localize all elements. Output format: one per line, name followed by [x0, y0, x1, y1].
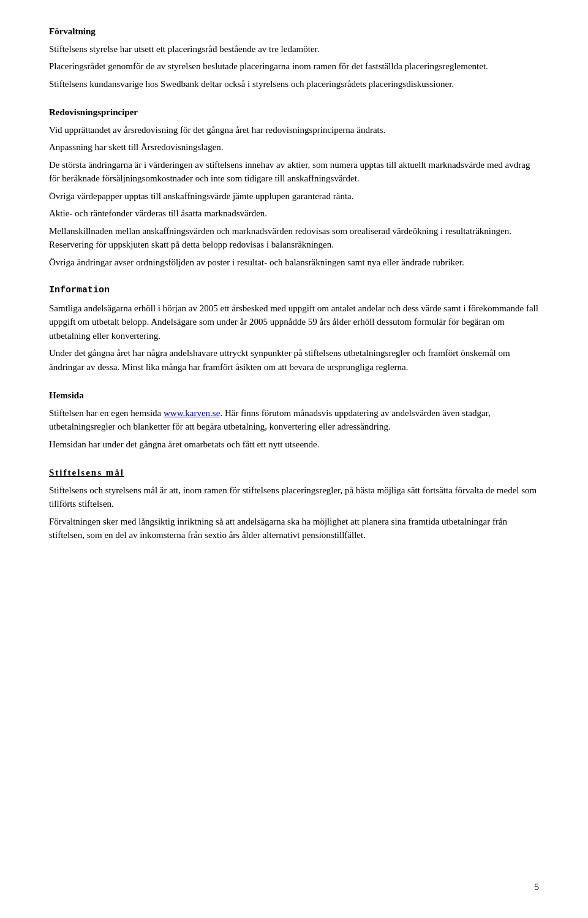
forvaltning-para-2: Placeringsrådet genomför de av styrelsen…: [49, 59, 539, 74]
stiftelsens-mal-para-2: Förvaltningen sker med långsiktig inrikt…: [49, 515, 539, 542]
information-para-1: Samtliga andelsägarna erhöll i början av…: [49, 302, 539, 343]
section-information: Information Samtliga andelsägarna erhöll…: [49, 284, 539, 374]
hemsida-para-1: Stiftelsen har en egen hemsida www.karve…: [49, 406, 539, 434]
section-redovisningsprinciper-title: Redovisningsprinciper: [49, 105, 539, 119]
section-stiftelsens-mal: Stiftelsens mål Stiftelsens och styrelse…: [49, 466, 539, 542]
page-number: 5: [535, 880, 540, 894]
redovisning-para-3: De största ändringarna är i värderingen …: [49, 158, 539, 186]
forvaltning-para-3: Stiftelsens kundansvarige hos Swedbank d…: [49, 77, 539, 91]
redovisning-para-4: Övriga värdepapper upptas till anskaffni…: [49, 189, 539, 203]
forvaltning-para-1: Stiftelsens styrelse har utsett ett plac…: [49, 42, 539, 56]
hemsida-para-2: Hemsidan har under det gångna året omarb…: [49, 438, 539, 452]
section-hemsida-title: Hemsida: [49, 389, 539, 403]
redovisning-para-7: Övriga ändringar avser ordningsföljden a…: [49, 256, 539, 270]
section-hemsida: Hemsida Stiftelsen har en egen hemsida w…: [49, 389, 539, 451]
page-content: Förvaltning Stiftelsens styrelse har uts…: [49, 25, 539, 542]
stiftelsens-mal-para-1: Stiftelsens och styrelsens mål är att, i…: [49, 484, 539, 511]
section-forvaltning-title: Förvaltning: [49, 25, 539, 39]
hemsida-link[interactable]: www.karven.se: [164, 408, 220, 418]
hemsida-text-before-link: Stiftelsen har en egen hemsida: [49, 408, 164, 418]
redovisning-para-5: Aktie- och räntefonder värderas till åsa…: [49, 207, 539, 221]
section-information-title: Information: [49, 284, 539, 298]
section-stiftelsens-mal-title: Stiftelsens mål: [49, 466, 539, 480]
information-para-2: Under det gångna året har några andelsha…: [49, 346, 539, 374]
section-forvaltning: Förvaltning Stiftelsens styrelse har uts…: [49, 25, 539, 91]
redovisning-para-2: Anpassning har skett till Årsredovisning…: [49, 140, 539, 154]
redovisning-para-1: Vid upprättandet av årsredovisning för d…: [49, 123, 539, 137]
redovisning-para-6: Mellanskillnaden mellan anskaffningsvärd…: [49, 224, 539, 252]
section-redovisningsprinciper: Redovisningsprinciper Vid upprättandet a…: [49, 105, 539, 269]
